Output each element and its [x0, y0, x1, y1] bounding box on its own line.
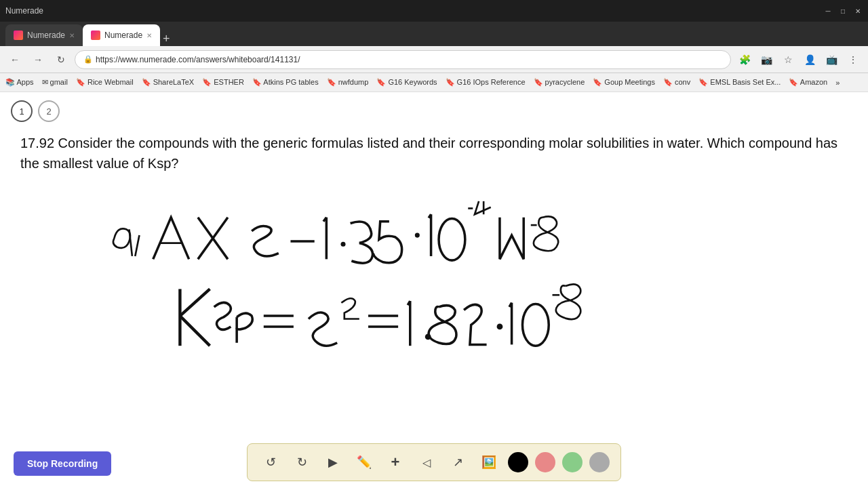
bookmark-emsl[interactable]: 🔖 EMSL Basis Set Ex...: [698, 78, 781, 87]
bookmark-pyra[interactable]: 🔖 pyracyclene: [534, 78, 585, 87]
tab-1[interactable]: Numerade ✕: [5, 24, 83, 46]
color-red[interactable]: [535, 452, 555, 472]
close-button[interactable]: ✕: [853, 6, 863, 16]
back-button[interactable]: ←: [5, 50, 24, 69]
bookmark-g16kw[interactable]: 🔖 G16 Keywords: [376, 78, 437, 87]
svg-point-4: [497, 324, 503, 330]
bookmark-rice[interactable]: 🔖 Rice Webmail: [76, 78, 134, 87]
svg-point-0: [341, 242, 346, 247]
bookmark-atkins[interactable]: 🔖 Atkins PG tables: [252, 78, 319, 87]
forward-button[interactable]: →: [28, 50, 47, 69]
maximize-button[interactable]: □: [838, 6, 848, 16]
bookmarks-bar: 📚 Apps ✉ gmail 🔖 Rice Webmail 🔖 ShareLaT…: [0, 73, 868, 92]
nav-bar: ← → ↻ 🔒 https://www.numerade.com/answers…: [0, 46, 868, 73]
bookmark-g16iops[interactable]: 🔖 G16 IOps Reference: [446, 78, 526, 87]
browser-title: Numerade: [5, 6, 43, 16]
page-content: 1 2 17.92 Consider the compounds with th…: [0, 92, 868, 488]
svg-point-2: [439, 218, 465, 260]
url-text: https://www.numerade.com/answers/whitebo…: [96, 55, 300, 64]
star-button[interactable]: ☆: [778, 50, 797, 69]
bookmark-sharelatex[interactable]: 🔖 ShareLaTeX: [142, 78, 195, 87]
extensions-button[interactable]: 🧩: [735, 50, 754, 69]
tab-2-label: Numerade: [104, 30, 142, 40]
page-1-button[interactable]: 1: [11, 100, 33, 122]
eraser-tool[interactable]: ◁: [414, 450, 439, 474]
bookmark-goup[interactable]: 🔖 Goup Meetings: [593, 78, 655, 87]
redo-button[interactable]: ↻: [290, 450, 314, 474]
add-tool[interactable]: +: [383, 450, 408, 474]
cast-button[interactable]: 📺: [822, 50, 841, 69]
stop-recording-button[interactable]: Stop Recording: [14, 451, 111, 476]
svg-point-5: [522, 304, 549, 346]
title-bar: Numerade ─ □ ✕: [0, 0, 868, 22]
bookmarks-more[interactable]: »: [835, 79, 840, 87]
address-bar[interactable]: 🔒 https://www.numerade.com/answers/white…: [75, 50, 731, 69]
select-tool[interactable]: ▶: [321, 450, 345, 474]
minimize-button[interactable]: ─: [823, 6, 833, 16]
question-text: 17.92 Consider the compounds with the ge…: [20, 133, 848, 174]
color-black[interactable]: [508, 452, 528, 472]
toolbar: ↺ ↻ ▶ ✏️ + ◁ ↗ 🖼️: [247, 443, 621, 481]
tab-1-label: Numerade: [27, 30, 65, 40]
reload-button[interactable]: ↻: [52, 50, 71, 69]
settings-button[interactable]: ⋮: [844, 50, 863, 69]
undo-button[interactable]: ↺: [258, 450, 283, 474]
bookmark-esther[interactable]: 🔖 ESTHER: [202, 78, 244, 87]
pen-tool[interactable]: ✏️: [352, 450, 376, 474]
tabs-bar: Numerade ✕ Numerade ✕ +: [0, 22, 868, 46]
bookmark-nwfdump[interactable]: 🔖 nwfdump: [327, 78, 369, 87]
arrow-tool[interactable]: ↗: [446, 450, 470, 474]
lock-icon: 🔒: [83, 55, 93, 64]
window-controls: ─ □ ✕: [823, 6, 863, 16]
bookmark-amazon[interactable]: 🔖 Amazon: [789, 78, 827, 87]
nav-actions: 🧩 📷 ☆ 👤 📺 ⋮: [735, 50, 863, 69]
tab-2[interactable]: Numerade ✕: [83, 24, 160, 46]
svg-point-1: [415, 233, 420, 238]
bookmark-apps[interactable]: 📚 Apps: [5, 78, 34, 87]
tab-1-close[interactable]: ✕: [69, 32, 75, 39]
profile-button[interactable]: 👤: [800, 50, 819, 69]
color-green[interactable]: [562, 452, 583, 472]
whiteboard-area[interactable]: [20, 190, 848, 447]
math-drawing: [20, 190, 848, 447]
bookmark-gmail[interactable]: ✉ gmail: [42, 78, 68, 87]
bookmark-conv[interactable]: 🔖 conv: [663, 78, 690, 87]
page-numbers: 1 2: [11, 100, 60, 122]
favicon-1: [14, 30, 23, 40]
image-tool[interactable]: 🖼️: [477, 450, 501, 474]
camera-button[interactable]: 📷: [757, 50, 776, 69]
new-tab-button[interactable]: +: [163, 32, 170, 46]
color-gray[interactable]: [589, 452, 610, 472]
tab-2-close[interactable]: ✕: [146, 32, 152, 39]
page-2-button[interactable]: 2: [38, 100, 60, 122]
favicon-2: [91, 30, 100, 40]
